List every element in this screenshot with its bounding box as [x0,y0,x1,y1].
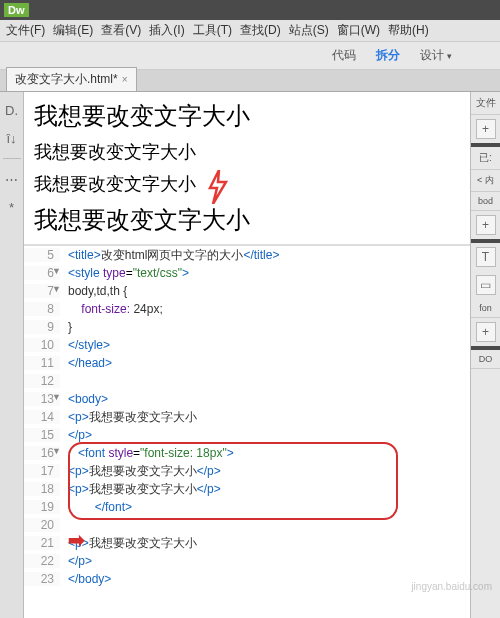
code-line[interactable]: 11</head> [24,354,470,372]
code-line[interactable]: 15</p> [24,426,470,444]
menu-bar: 文件(F) 编辑(E) 查看(V) 插入(I) 工具(T) 查找(D) 站点(S… [0,20,500,42]
app-logo: Dw [4,3,29,17]
lightning-icon [206,170,228,204]
menu-find[interactable]: 查找(D) [240,22,281,39]
code-line[interactable]: 9} [24,318,470,336]
code-line[interactable]: 6▼<style type="text/css"> [24,264,470,282]
add-button-3[interactable]: + [476,322,496,342]
text-tool-icon[interactable]: T [476,247,496,267]
tab-label: 改变文字大小.html* [15,71,118,88]
code-line[interactable]: 18<p>我想要改变文字大小</p> [24,480,470,498]
title-bar: Dw [0,0,500,20]
separator [3,158,21,159]
star-icon[interactable]: * [4,199,20,215]
view-toolbar: 代码 拆分 设计 [0,42,500,70]
code-view-button[interactable]: 代码 [324,44,364,67]
dom-panel-label[interactable]: DO [471,350,500,369]
code-line[interactable]: 22</p> [24,552,470,570]
menu-file[interactable]: 文件(F) [6,22,45,39]
add-button-2[interactable]: + [476,215,496,235]
menu-edit[interactable]: 编辑(E) [53,22,93,39]
manage-icon[interactable]: î↓ [4,130,20,146]
preview-text-3: 我想要改变文字大小 [34,172,196,196]
code-line[interactable]: 10</style> [24,336,470,354]
design-view-dropdown[interactable]: 设计 [412,44,460,67]
code-line[interactable]: 23</body> [24,570,470,588]
panel-separator-2 [471,239,500,243]
preview-text-4: 我想要改变文字大小 [34,204,460,236]
right-panel: 文件 + 已: < 内 bod + T ▭ fon + DO [470,92,500,618]
preview-text-1: 我想要改变文字大小 [34,100,460,132]
files-panel-label[interactable]: 文件 [471,92,500,115]
panel-item-2[interactable]: bod [471,192,500,211]
code-line[interactable]: 13▼<body> [24,390,470,408]
code-line[interactable]: 20 [24,516,470,534]
code-line[interactable]: 17<p>我想要改变文字大小</p> [24,462,470,480]
code-editor-pane[interactable]: ➡ 5<title>改变html网页中文字的大小</title>6▼<style… [24,246,470,618]
close-icon[interactable]: × [122,74,128,85]
add-button[interactable]: + [476,119,496,139]
code-line[interactable]: 16▼ <font style="font-size: 18px"> [24,444,470,462]
code-line[interactable]: 21<p>我想要改变文字大小 [24,534,470,552]
menu-help[interactable]: 帮助(H) [388,22,429,39]
split-view-button[interactable]: 拆分 [368,44,408,67]
document-tab[interactable]: 改变文字大小.html* × [6,67,137,91]
box-tool-icon[interactable]: ▭ [476,275,496,295]
code-line[interactable]: 8 font-size: 24px; [24,300,470,318]
menu-insert[interactable]: 插入(I) [149,22,184,39]
more-icon[interactable]: ⋯ [4,171,20,187]
menu-site[interactable]: 站点(S) [289,22,329,39]
code-line[interactable]: 5<title>改变html网页中文字的大小</title> [24,246,470,264]
left-tool-panel: D. î↓ ⋯ * [0,92,24,618]
file-icon[interactable]: D. [4,102,20,118]
document-tab-bar: 改变文字大小.html* × [0,70,500,92]
code-line[interactable]: 19 </font> [24,498,470,516]
font-label[interactable]: fon [471,299,500,318]
preview-text-2: 我想要改变文字大小 [34,140,460,164]
panel-label-2: 已: [471,147,500,170]
menu-view[interactable]: 查看(V) [101,22,141,39]
panel-item-1[interactable]: < 内 [471,170,500,192]
menu-window[interactable]: 窗口(W) [337,22,380,39]
menu-tools[interactable]: 工具(T) [193,22,232,39]
code-line[interactable]: 12 [24,372,470,390]
code-line[interactable]: 7▼body,td,th { [24,282,470,300]
live-preview-pane: 我想要改变文字大小 我想要改变文字大小 我想要改变文字大小 我想要改变文字大小 [24,92,470,246]
code-line[interactable]: 14<p>我想要改变文字大小 [24,408,470,426]
